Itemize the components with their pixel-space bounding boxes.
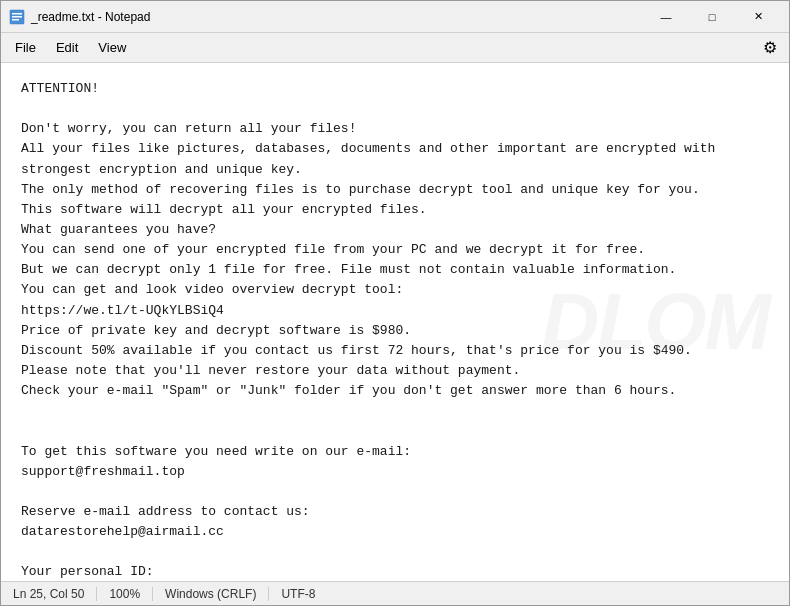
settings-icon[interactable]: ⚙ — [755, 34, 785, 61]
title-bar: _readme.txt - Notepad — □ ✕ — [1, 1, 789, 33]
menu-edit[interactable]: Edit — [46, 36, 88, 59]
minimize-button[interactable]: — — [643, 1, 689, 33]
status-bar: Ln 25, Col 50 100% Windows (CRLF) UTF-8 — [1, 581, 789, 605]
document-text[interactable]: ATTENTION! Don't worry, you can return a… — [21, 79, 769, 581]
window-title: _readme.txt - Notepad — [31, 10, 643, 24]
status-zoom: 100% — [97, 587, 153, 601]
notepad-window: _readme.txt - Notepad — □ ✕ File Edit Vi… — [0, 0, 790, 606]
menu-view[interactable]: View — [88, 36, 136, 59]
menu-file[interactable]: File — [5, 36, 46, 59]
menu-bar: File Edit View ⚙ — [1, 33, 789, 63]
status-line-col: Ln 25, Col 50 — [9, 587, 97, 601]
window-controls: — □ ✕ — [643, 1, 781, 33]
svg-rect-2 — [12, 16, 22, 18]
maximize-button[interactable]: □ — [689, 1, 735, 33]
svg-rect-3 — [12, 19, 19, 21]
text-area-container[interactable]: DLOM ATTENTION! Don't worry, you can ret… — [1, 63, 789, 581]
window-icon — [9, 9, 25, 25]
svg-rect-1 — [12, 13, 22, 15]
close-button[interactable]: ✕ — [735, 1, 781, 33]
status-encoding: UTF-8 — [269, 587, 327, 601]
status-line-ending: Windows (CRLF) — [153, 587, 269, 601]
